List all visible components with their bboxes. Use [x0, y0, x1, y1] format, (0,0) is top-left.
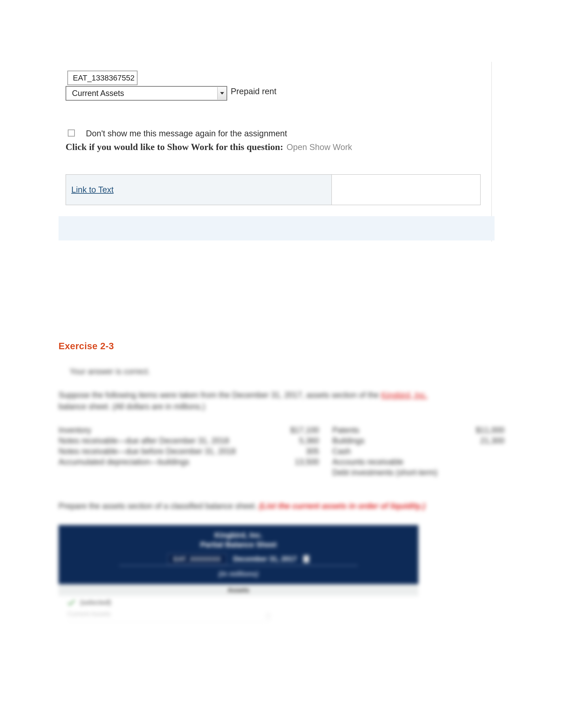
data-label: Cash: [332, 447, 463, 456]
data-label: Patents: [332, 426, 463, 435]
data-value: [463, 457, 505, 467]
bs-date-chip[interactable]: EAT_XXXXXXX: [168, 554, 227, 565]
para2-a: Prepare the assets section of a classifi…: [58, 501, 259, 510]
exercise-panel: Exercise 2-3 Your answer is correct. Sup…: [58, 341, 513, 622]
para1-b: balance sheet. (All dollars are in milli…: [58, 402, 205, 411]
problem-intro: Suppose the following items were taken f…: [58, 389, 441, 412]
table-row: Accumulated depreciation—buildings 13,50…: [58, 457, 332, 467]
table-row: Notes receivable—due before December 31,…: [58, 447, 332, 456]
item-label: Prepaid rent: [231, 87, 276, 96]
link-table: Link to Text: [66, 174, 481, 205]
para1-a: Suppose the following items were taken f…: [58, 390, 381, 400]
link-table-right-cell: [332, 175, 480, 205]
data-value: 21,300: [463, 436, 505, 445]
data-value: 13,500: [273, 457, 332, 467]
data-label: Notes receivable—due before December 31,…: [58, 447, 273, 456]
para2-red: (List the current assets in order of liq…: [259, 501, 426, 510]
table-row: Cash: [332, 447, 509, 456]
svg-marker-0: [220, 92, 224, 95]
bs-company: Kingbird, Inc.: [58, 531, 418, 539]
data-label: Debt investments (short-term): [332, 468, 463, 477]
question-panel: EAT_1338367552 Current Assets Prepaid re…: [58, 62, 492, 242]
show-work-prompt: Click if you would like to Show Work for…: [66, 142, 283, 152]
data-value: $17,100: [273, 426, 332, 435]
company-name: Kingbird, Inc.: [381, 390, 428, 400]
dropdown-selected-value: Current Assets: [72, 89, 124, 98]
data-label: Accumulated depreciation—buildings: [58, 457, 273, 467]
balance-sheet-header: Kingbird, Inc. Partial Balance Sheet EAT…: [58, 525, 418, 584]
eat-field[interactable]: EAT_1338367552: [67, 71, 137, 85]
data-label: Notes receivable—due after December 31, …: [58, 436, 273, 445]
dont-show-again-row: Don't show me this message again for the…: [68, 129, 287, 138]
bs-date-text: December 31, 2017: [233, 555, 297, 563]
data-value: $11,000: [463, 426, 505, 435]
fade-overlay: [58, 591, 513, 631]
table-row: Notes receivable—due after December 31, …: [58, 436, 332, 445]
data-label: Inventory: [58, 426, 273, 435]
table-row: Buildings 21,300: [332, 436, 509, 445]
dont-show-again-label: Don't show me this message again for the…: [86, 129, 287, 138]
data-value: [463, 447, 505, 456]
chevron-down-icon: [217, 87, 226, 99]
open-show-work-link[interactable]: Open Show Work: [287, 143, 352, 152]
bs-unit: (in millions): [58, 570, 418, 578]
classification-dropdown[interactable]: Current Assets: [66, 86, 227, 101]
data-label: Buildings: [332, 436, 463, 445]
bs-title: Partial Balance Sheet: [58, 540, 418, 549]
link-to-text[interactable]: Link to Text: [71, 185, 114, 195]
bs-date-row: EAT_XXXXXXX December 31, 2017: [119, 553, 358, 566]
table-row: Debt investments (short-term): [332, 468, 509, 477]
exercise-title: Exercise 2-3: [58, 341, 513, 351]
data-label: Accounts receivable: [332, 457, 463, 467]
eat-field-value: EAT_1338367552: [73, 73, 135, 82]
data-value: 305: [273, 447, 332, 456]
data-columns: Inventory $17,100 Notes receivable—due a…: [58, 426, 509, 478]
data-value: [463, 468, 505, 477]
link-table-left-cell: Link to Text: [66, 175, 332, 205]
instruction-para: Prepare the assets section of a classifi…: [58, 501, 458, 512]
data-value: 5,360: [273, 436, 332, 445]
blurred-content: Your answer is correct. Suppose the foll…: [58, 367, 513, 622]
page-root: EAT_1338367552 Current Assets Prepaid re…: [0, 0, 563, 728]
correct-mark-icon: [304, 555, 309, 563]
table-row: Accounts receivable: [332, 457, 509, 467]
table-row: Patents $11,000: [332, 426, 509, 435]
table-row: Inventory $17,100: [58, 426, 332, 435]
dont-show-again-checkbox[interactable]: [68, 129, 75, 137]
show-work-line: Click if you would like to Show Work for…: [66, 142, 352, 152]
answer-status: Your answer is correct.: [70, 367, 513, 376]
separator-strip: [58, 216, 495, 240]
